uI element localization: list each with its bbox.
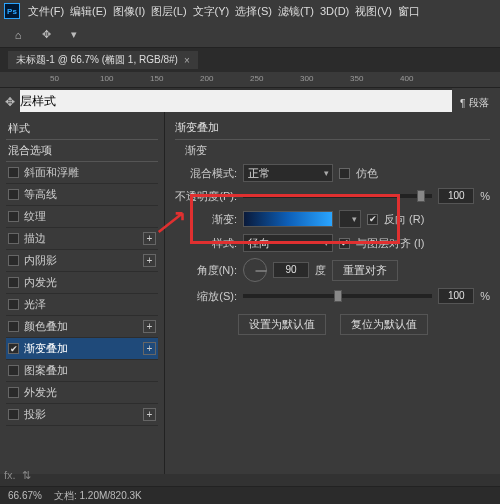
opacity-slider[interactable] [243, 194, 432, 198]
blend-mode-label: 混合模式: [175, 166, 237, 181]
style-checkbox[interactable] [8, 409, 19, 420]
reset-align-button[interactable]: 重置对齐 [332, 260, 398, 281]
ruler-tick: 400 [400, 74, 413, 83]
add-effect-icon[interactable]: + [143, 320, 156, 333]
menu-bar: Ps 文件(F) 编辑(E) 图像(I) 图层(L) 文字(Y) 选择(S) 滤… [0, 0, 500, 22]
gradient-picker[interactable] [243, 211, 333, 227]
menu-window[interactable]: 窗口 [398, 4, 420, 19]
status-bar: 66.67% 文档: 1.20M/820.3K [0, 486, 500, 504]
menu-select[interactable]: 选择(S) [235, 4, 272, 19]
style-checkbox[interactable] [8, 277, 19, 288]
add-effect-icon[interactable]: + [143, 408, 156, 421]
style-row-图案叠加[interactable]: 图案叠加 [6, 360, 158, 382]
menu-file[interactable]: 文件(F) [28, 4, 64, 19]
ruler-tick: 350 [350, 74, 363, 83]
style-label: 纹理 [24, 209, 46, 224]
style-label: 等高线 [24, 187, 57, 202]
style-checkbox[interactable] [8, 255, 19, 266]
scale-slider[interactable] [243, 294, 432, 298]
add-effect-icon[interactable]: + [143, 342, 156, 355]
gradient-overlay-settings: 渐变叠加 渐变 混合模式: 正常 仿色 不透明度(P): 100 % 渐变: 反… [165, 112, 500, 474]
style-row-内阴影[interactable]: 内阴影+ [6, 250, 158, 272]
style-label: 渐变叠加 [24, 341, 68, 356]
align-checkbox[interactable] [339, 238, 350, 249]
move-icon[interactable]: ✥ [0, 92, 20, 112]
menu-image[interactable]: 图像(I) [113, 4, 145, 19]
style-row-内发光[interactable]: 内发光 [6, 272, 158, 294]
blend-mode-select[interactable]: 正常 [243, 164, 333, 182]
make-default-button[interactable]: 设置为默认值 [238, 314, 326, 335]
style-label: 外发光 [24, 385, 57, 400]
style-label: 颜色叠加 [24, 319, 68, 334]
menu-type[interactable]: 文字(Y) [193, 4, 230, 19]
style-row-渐变叠加[interactable]: 渐变叠加+ [6, 338, 158, 360]
dialog-title-bar: 图层样式 [0, 90, 500, 112]
section-subtitle: 渐变 [175, 139, 490, 158]
style-row-等高线[interactable]: 等高线 [6, 184, 158, 206]
blending-options[interactable]: 混合选项 [6, 139, 158, 162]
angle-dial[interactable] [243, 258, 267, 282]
close-icon[interactable]: × [184, 55, 190, 66]
document-size: 文档: 1.20M/820.3K [54, 489, 142, 503]
dither-checkbox[interactable] [339, 168, 350, 179]
scale-label: 缩放(S): [175, 289, 237, 304]
document-tab-title: 未标题-1 @ 66.7% (椭圆 1, RGB/8#) [16, 53, 178, 67]
style-checkbox[interactable] [8, 343, 19, 354]
layer-style-dialog: 样式 混合选项 斜面和浮雕等高线纹理描边+内阴影+内发光光泽颜色叠加+渐变叠加+… [0, 112, 500, 474]
style-label: 图案叠加 [24, 363, 68, 378]
gradient-dropdown[interactable] [339, 210, 361, 228]
style-label: 光泽 [24, 297, 46, 312]
style-label: 斜面和浮雕 [24, 165, 79, 180]
menu-edit[interactable]: 编辑(E) [70, 4, 107, 19]
move-tool-icon[interactable]: ✥ [36, 25, 56, 45]
style-row-光泽[interactable]: 光泽 [6, 294, 158, 316]
style-checkbox[interactable] [8, 189, 19, 200]
style-row-颜色叠加[interactable]: 颜色叠加+ [6, 316, 158, 338]
dropdown-icon[interactable]: ▾ [64, 25, 84, 45]
style-checkbox[interactable] [8, 233, 19, 244]
reverse-label: 反向 (R) [384, 212, 424, 227]
menu-layer[interactable]: 图层(L) [151, 4, 186, 19]
style-checkbox[interactable] [8, 211, 19, 222]
menu-view[interactable]: 视图(V) [355, 4, 392, 19]
style-row-外发光[interactable]: 外发光 [6, 382, 158, 404]
align-label: 与图层对齐 (I) [356, 236, 424, 251]
styles-heading[interactable]: 样式 [6, 118, 158, 139]
angle-value[interactable]: 90 [273, 262, 309, 278]
style-row-纹理[interactable]: 纹理 [6, 206, 158, 228]
fx-icon[interactable]: fx. [4, 469, 16, 482]
horizontal-ruler: 50 100 150 200 250 300 350 400 [0, 72, 500, 88]
ruler-tick: 150 [150, 74, 163, 83]
add-effect-icon[interactable]: + [143, 254, 156, 267]
style-select[interactable]: 径向 [243, 234, 333, 252]
arrows-icon[interactable]: ⇅ [22, 469, 31, 482]
style-row-描边[interactable]: 描边+ [6, 228, 158, 250]
home-icon[interactable]: ⌂ [8, 25, 28, 45]
panel-paragraph[interactable]: ¶段落 [456, 92, 496, 114]
style-checkbox[interactable] [8, 321, 19, 332]
dialog-footer-icons: fx. ⇅ [4, 469, 31, 482]
reset-default-button[interactable]: 复位为默认值 [340, 314, 428, 335]
reverse-checkbox[interactable] [367, 214, 378, 225]
style-row-斜面和浮雕[interactable]: 斜面和浮雕 [6, 162, 158, 184]
menu-filter[interactable]: 滤镜(T) [278, 4, 314, 19]
zoom-level[interactable]: 66.67% [8, 490, 42, 501]
menu-3d[interactable]: 3D(D) [320, 5, 349, 17]
ruler-tick: 300 [300, 74, 313, 83]
style-checkbox[interactable] [8, 365, 19, 376]
style-checkbox[interactable] [8, 299, 19, 310]
annotation-arrow-icon [157, 208, 191, 234]
scale-value[interactable]: 100 [438, 288, 474, 304]
add-effect-icon[interactable]: + [143, 232, 156, 245]
section-title: 渐变叠加 [175, 120, 490, 135]
style-checkbox[interactable] [8, 167, 19, 178]
app-logo-icon: Ps [4, 3, 20, 19]
document-tabs: 未标题-1 @ 66.7% (椭圆 1, RGB/8#) × [0, 48, 500, 72]
ruler-tick: 100 [100, 74, 113, 83]
style-row-投影[interactable]: 投影+ [6, 404, 158, 426]
opacity-value[interactable]: 100 [438, 188, 474, 204]
style-label: 内阴影 [24, 253, 57, 268]
style-checkbox[interactable] [8, 387, 19, 398]
opacity-label: 不透明度(P): [175, 189, 237, 204]
document-tab[interactable]: 未标题-1 @ 66.7% (椭圆 1, RGB/8#) × [8, 51, 198, 69]
